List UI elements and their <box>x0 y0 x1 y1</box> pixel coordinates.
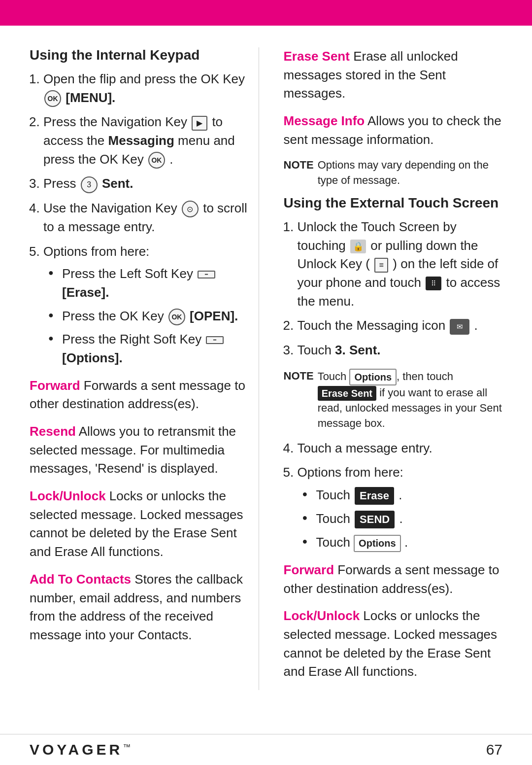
para-forward: Forward Forwards a sent message to other… <box>30 377 249 414</box>
erase-btn-label: Erase <box>355 487 394 505</box>
rbullet-options: Touch Options . <box>302 533 503 552</box>
right-step-2: Touch the Messaging icon ✉ . <box>298 316 503 335</box>
step3-bold: Sent. <box>102 176 133 191</box>
rbullet-send-dot: . <box>399 511 402 526</box>
left-step-1: Open the flip and press the OK Key OK [M… <box>43 70 249 107</box>
rbullet-erase: Touch Erase . <box>302 486 503 505</box>
right-step-4: Touch a message entry. <box>298 439 503 458</box>
rstep3-bold: 3. Sent. <box>335 343 380 357</box>
note-1: NOTE Options may vary depending on the t… <box>284 158 503 188</box>
erasesent-label: Erase Sent <box>284 49 350 64</box>
right-softkey-icon: ━ <box>206 336 224 344</box>
step1-bold: [MENU]. <box>66 90 115 105</box>
right-steps-list-2: Touch a message entry. Options from here… <box>298 439 503 552</box>
rbullet-send: Touch SEND . <box>302 510 503 528</box>
bullet-erase: Press the Left Soft Key ━ [Erase]. <box>48 265 249 302</box>
step3-text1: Press <box>43 176 80 191</box>
lockunlock2-label: Lock/Unlock <box>284 608 360 623</box>
grid-menu-icon: ⠿ <box>426 277 441 290</box>
rstep4-text: Touch a message entry. <box>298 441 432 455</box>
lock-icon: 🔒 <box>350 240 366 253</box>
right-section-title: Using the External Touch Screen <box>284 195 503 211</box>
lockunlock-label: Lock/Unlock <box>30 488 106 503</box>
para-messageinfo: Message Info Allows you to check the sen… <box>284 112 503 149</box>
messageinfo-label: Message Info <box>284 113 365 128</box>
step2-text1: Press the Navigation Key <box>43 114 191 129</box>
right-step-3: Touch 3. Sent. <box>298 341 503 360</box>
para-resend: Resend Allows you to retransmit the sele… <box>30 422 249 478</box>
left-softkey-icon: ━ <box>198 271 215 278</box>
rstep5-text: Options from here: <box>298 465 403 480</box>
unlock-key-icon: ≡ <box>374 258 388 273</box>
rbullet-options-text: Touch <box>316 535 354 550</box>
messaging-icon: ✉ <box>450 319 469 335</box>
rbullet-options-dot: . <box>404 535 408 550</box>
right-step5-bullets: Touch Erase . Touch SEND . Touch Options… <box>302 486 503 552</box>
left-step-3: Press 3 Sent. <box>43 174 249 193</box>
left-steps-list: Open the flip and press the OK Key OK [M… <box>43 70 249 368</box>
step4-text1: Use the Navigation Key <box>43 201 181 215</box>
rbullet-erase-dot: . <box>399 487 402 502</box>
para-lockunlock2: Lock/Unlock Locks or unlocks the selecte… <box>284 607 503 681</box>
forward2-label: Forward <box>284 562 334 577</box>
para-erasesent: Erase Sent Erase all unlocked messages s… <box>284 47 503 103</box>
voyager-text: VOYAGER <box>30 741 123 758</box>
rbullet-erase-text: Touch <box>316 487 354 502</box>
left-step-5: Options from here: Press the Left Soft K… <box>43 243 249 368</box>
left-step-4: Use the Navigation Key ⊙ to scroll to a … <box>43 199 249 236</box>
note2-text: Touch Options, then touch Erase Sent if … <box>318 369 502 431</box>
ok-key-icon-2: OK <box>148 152 165 169</box>
left-step-2: Press the Navigation Key ▶ to access the… <box>43 113 249 169</box>
note2-label: NOTE <box>284 369 314 384</box>
left-section-title: Using the Internal Keypad <box>30 47 249 63</box>
para-lockunlock: Lock/Unlock Locks or unlocks the selecte… <box>30 487 249 561</box>
options-btn-label: Options <box>354 535 401 552</box>
tm-symbol: ™ <box>123 743 131 751</box>
erasesent-badge-note: Erase Sent <box>318 386 376 401</box>
note1-text: Options may vary depending on the type o… <box>318 158 502 188</box>
nav-arrow-right-icon: ▶ <box>192 116 207 131</box>
top-bar <box>0 0 532 26</box>
left-column: Using the Internal Keypad Open the flip … <box>30 47 259 690</box>
right-step-5: Options from here: Touch Erase . Touch S… <box>298 463 503 552</box>
note-2: NOTE Touch Options, then touch Erase Sen… <box>284 369 503 431</box>
note1-label: NOTE <box>284 158 314 173</box>
ok-key-icon: OK <box>44 90 61 107</box>
ok-key-icon-3: OK <box>168 309 185 325</box>
rbullet-send-text: Touch <box>316 511 354 526</box>
bullet-options: Press the Right Soft Key ━ [Options]. <box>48 330 249 367</box>
key-3-icon: 3 <box>81 176 98 193</box>
right-steps-list: Unlock the Touch Screen by touching 🔒 or… <box>298 218 503 360</box>
para-addtocontacts: Add To Contacts Stores the callback numb… <box>30 570 249 645</box>
addtocontacts-label: Add To Contacts <box>30 572 131 587</box>
forward-label: Forward <box>30 378 80 393</box>
left-step5-bullets: Press the Left Soft Key ━ [Erase]. Press… <box>48 265 249 367</box>
page-number: 67 <box>486 741 502 758</box>
para-forward2: Forward Forwards a sent message to other… <box>284 561 503 598</box>
step5-text: Options from here: <box>43 244 149 259</box>
bullet-open: Press the OK Key OK [OPEN]. <box>48 307 249 326</box>
resend-label: Resend <box>30 424 76 439</box>
step2-text3: . <box>169 152 173 167</box>
options-badge-note: Options <box>349 369 397 385</box>
right-step-1: Unlock the Touch Screen by touching 🔒 or… <box>298 218 503 311</box>
rstep3-text: Touch <box>298 343 335 357</box>
main-content: Using the Internal Keypad Open the flip … <box>0 26 532 720</box>
footer: VOYAGER™ 67 <box>0 734 532 765</box>
right-column: Erase Sent Erase all unlocked messages s… <box>279 47 503 690</box>
footer-logo: VOYAGER™ <box>30 741 131 758</box>
rstep2-period: . <box>474 318 478 333</box>
rstep2-text: Touch the Messaging icon <box>298 318 449 333</box>
step1-text: Open the flip and press the OK Key <box>43 71 245 86</box>
send-btn-label: SEND <box>355 511 395 528</box>
nav-circle-icon: ⊙ <box>182 201 199 217</box>
